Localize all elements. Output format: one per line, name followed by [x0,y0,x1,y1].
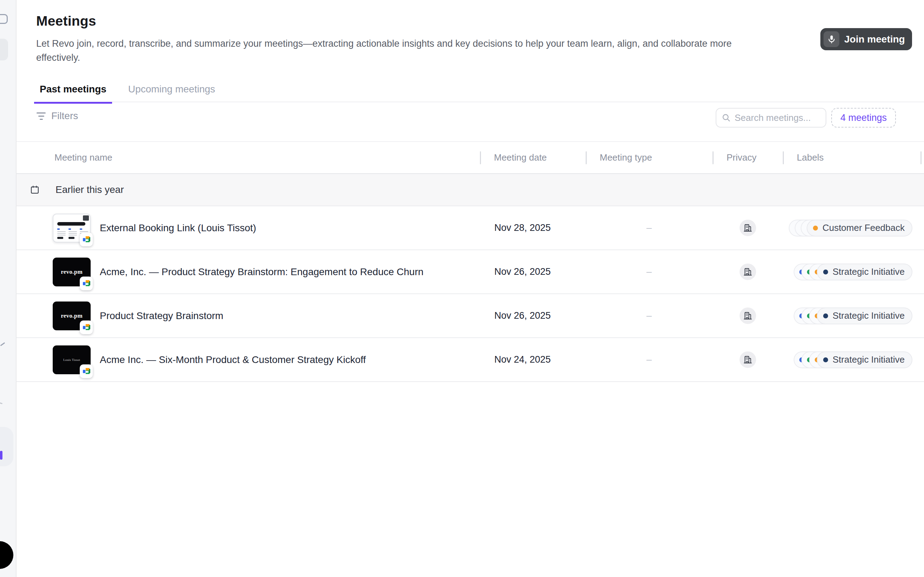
privacy-cell [713,338,783,381]
filter-lines-icon [36,113,46,120]
label-chip: Strategic Initiative [817,264,913,280]
google-meet-icon [80,233,93,247]
column-divider [783,151,784,164]
label-stack[interactable]: Customer Feedback [806,220,913,237]
labels-cell: Strategic Initiative [783,250,922,293]
label-stack[interactable]: Strategic Initiative [817,308,913,324]
meeting-type: – [586,294,713,337]
label-text: Strategic Initiative [833,310,905,321]
column-divider [480,151,481,164]
label-text: Strategic Initiative [833,266,905,277]
meeting-thumbnail: revo.pm [53,258,91,286]
office-building-icon [740,220,756,236]
label-stack[interactable]: Strategic Initiative [817,264,913,280]
meeting-row[interactable]: Louis Tissot Acme Inc. — Six-Month Produ… [16,337,924,381]
label-dot [823,357,828,362]
meeting-name-cell: revo.pm Product Strategy Brainstorm [16,294,480,337]
meeting-date: Nov 26, 2025 [480,294,586,337]
sidebar-logo-fragment [0,14,8,24]
tab-past-meetings[interactable]: Past meetings [34,80,112,104]
tab-upcoming-meetings[interactable]: Upcoming meetings [122,80,221,104]
column-header-meeting-date: Meeting date [480,142,586,173]
table-bottom-divider [16,381,924,382]
meeting-type: – [586,250,713,293]
calendar-icon [30,185,40,195]
column-divider [921,151,922,164]
floating-avatar-button[interactable] [0,541,13,569]
sidebar-icon-fragment [0,402,2,405]
meeting-row[interactable]: revo.pm Acme, Inc. — Product Strategy Br… [16,250,924,293]
page-description-line2: effectively. [36,51,732,64]
table-header: Meeting name Meeting date Meeting type P… [16,142,924,174]
meeting-count-label: 4 meetings [840,113,887,123]
privacy-cell [713,250,783,293]
page-title: Meetings [36,13,96,29]
meeting-name-cell: revo.pm Acme, Inc. — Product Strategy Br… [16,250,480,293]
meeting-name-cell: External Booking Link (Louis Tissot) [16,206,480,250]
privacy-cell [713,206,783,250]
sidebar-accent-fragment [0,451,2,459]
meeting-type: – [586,338,713,381]
magnifier-icon [721,113,731,122]
page-description-line1: Let Revo join, record, transcribe, and s… [36,37,732,51]
microphone-icon [824,31,839,47]
meeting-thumbnail [53,214,91,242]
google-meet-icon [80,321,93,334]
meeting-name-cell: Louis Tissot Acme Inc. — Six-Month Produ… [16,338,480,381]
page-description: Let Revo join, record, transcribe, and s… [36,37,732,64]
column-header-meeting-type: Meeting type [586,142,713,173]
labels-cell: Customer Feedback [783,206,922,250]
label-dot [823,313,828,318]
column-divider [586,151,587,164]
google-meet-icon [80,277,93,290]
meeting-row[interactable]: revo.pm Product Strategy Brainstorm [16,293,924,337]
search-box [716,108,826,127]
label-chip: Strategic Initiative [817,308,913,324]
labels-cell: Strategic Initiative [783,338,922,381]
group-row-earlier-this-year[interactable]: Earlier this year [16,174,924,206]
search-input[interactable] [735,113,821,123]
column-divider [713,151,713,164]
meeting-row[interactable]: External Booking Link (Louis Tissot) Nov… [16,206,924,250]
meeting-date: Nov 26, 2025 [480,250,586,293]
meeting-date: Nov 24, 2025 [480,338,586,381]
label-text: Customer Feedback [823,222,905,233]
join-meeting-label: Join meeting [844,34,905,45]
meeting-type: – [586,206,713,250]
meeting-title: Product Strategy Brainstorm [100,310,224,322]
meeting-title: Acme Inc. — Six-Month Product & Customer… [100,354,366,366]
meetings-page: Meetings Let Revo join, record, transcri… [0,0,924,577]
meetings-tabs: Past meetings Upcoming meetings [34,80,221,104]
filters-label: Filters [51,110,78,122]
label-dot [813,226,818,230]
google-meet-icon [80,364,93,378]
label-chip: Strategic Initiative [817,351,913,368]
sidebar-panel-fragment [0,427,13,466]
group-label: Earlier this year [56,184,124,195]
meeting-thumbnail: Louis Tissot [53,345,91,374]
column-header-meeting-name: Meeting name [16,142,480,173]
labels-cell: Strategic Initiative [783,294,922,337]
meeting-date: Nov 28, 2025 [480,206,586,250]
meetings-table: Meeting name Meeting date Meeting type P… [16,141,924,382]
office-building-icon [740,308,756,324]
label-stack[interactable]: Strategic Initiative [817,351,913,368]
meeting-title: Acme, Inc. — Product Strategy Brainstorm… [100,266,423,277]
filters-button[interactable]: Filters [36,110,78,122]
column-header-labels: Labels [783,142,922,173]
label-dot [823,269,828,274]
label-chip: Customer Feedback [806,220,913,237]
sidebar-icon-fragment [0,342,5,346]
sidebar-item-fragment [0,39,8,60]
column-header-privacy: Privacy [713,142,783,173]
office-building-icon [740,351,756,368]
label-text: Strategic Initiative [833,354,905,365]
privacy-cell [713,294,783,337]
meeting-thumbnail: revo.pm [53,301,91,330]
office-building-icon [740,264,756,280]
meeting-count-badge: 4 meetings [831,108,896,127]
collapsed-sidebar [0,0,16,577]
join-meeting-button[interactable]: Join meeting [820,28,912,50]
meeting-title: External Booking Link (Louis Tissot) [100,222,256,234]
